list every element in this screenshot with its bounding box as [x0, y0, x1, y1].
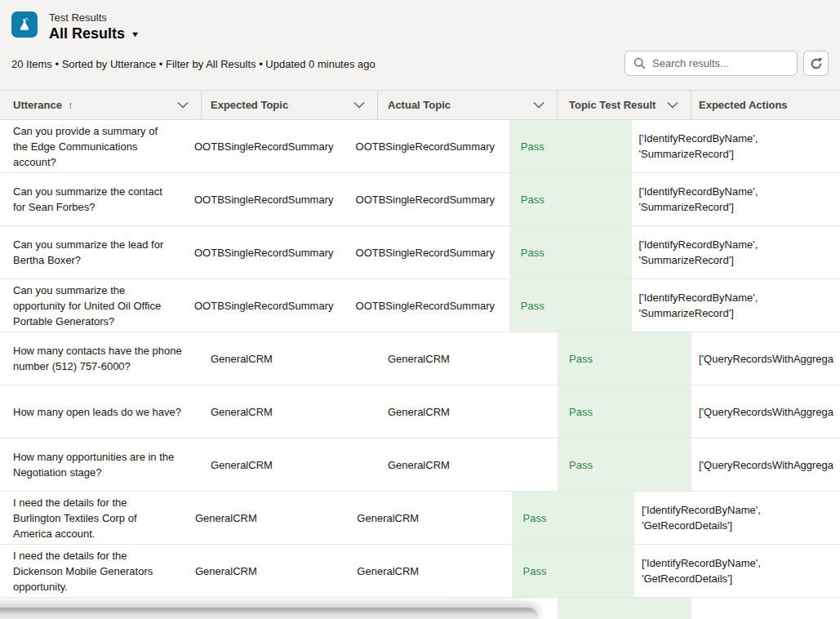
column-menu-chevron-icon[interactable]: [667, 102, 678, 109]
column-menu-chevron-icon[interactable]: [353, 102, 365, 109]
pass-badge: Pass: [521, 139, 544, 154]
refresh-icon: [810, 57, 823, 70]
column-label: Expected Actions: [699, 99, 788, 111]
cell-expected-topic: GeneralCRM: [202, 439, 378, 491]
cell-expected-topic: GeneralCRM: [202, 332, 378, 385]
cell-utterance: How many contacts have the phone number …: [0, 332, 202, 385]
cell-actual-topic: GeneralCRM: [347, 545, 511, 597]
cell-expected-topic: GeneralCRM: [186, 492, 347, 544]
object-label: Test Results: [49, 11, 139, 24]
column-label: Utterance: [13, 99, 62, 111]
test-results-page: Test Results All Results ▼ 20 Items • So…: [0, 0, 840, 619]
table-row: Can you summarize the opportunity for Un…: [0, 279, 840, 332]
cell-actual-topic: OOTBSingleRecordSummary: [346, 173, 509, 225]
pass-badge: Pass: [523, 563, 547, 579]
cell-expected-actions: ['IdentifyRecordByName', 'SummarizeRecor…: [632, 173, 840, 225]
cell-topic-test-result: Pass: [509, 226, 632, 278]
column-header-utterance[interactable]: Utterance ↑: [0, 91, 202, 119]
cell-utterance: Can you summarize the contact for Sean F…: [0, 173, 185, 225]
cell-topic-test-result: Pass: [509, 279, 632, 332]
column-label: Expected Topic: [211, 99, 288, 111]
cell-expected-actions: ['IdentifyRecordByName': [691, 598, 840, 619]
page-title: All Results: [49, 25, 125, 42]
cell-utterance: Can you summarize the opportunity for Un…: [0, 279, 185, 332]
cell-actual-topic: GeneralCRM: [378, 332, 558, 385]
pass-badge: Pass: [521, 298, 544, 314]
docked-panel-edge[interactable]: [0, 608, 539, 619]
sort-ascending-icon: ↑: [68, 99, 73, 111]
chevron-down-icon: ▼: [131, 30, 140, 38]
search-input[interactable]: [652, 57, 789, 69]
column-menu-chevron-icon[interactable]: [533, 102, 544, 109]
cell-utterance: Can you provide a summary of the Edge Co…: [0, 120, 185, 172]
column-header-expected-topic[interactable]: Expected Topic: [202, 91, 378, 119]
cell-expected-actions: ['IdentifyRecordByName', 'SummarizeRecor…: [632, 279, 840, 332]
refresh-button[interactable]: [803, 51, 829, 76]
pass-badge: Pass: [523, 510, 547, 526]
cell-expected-topic: OOTBSingleRecordSummary: [185, 173, 346, 225]
column-label: Actual Topic: [388, 99, 451, 111]
table-row: I need the details for the Dickenson Mob…: [0, 545, 840, 598]
list-view-selector[interactable]: All Results ▼: [49, 25, 139, 42]
cell-utterance: I need the details for the Dickenson Mob…: [0, 545, 186, 597]
cell-utterance: How many open leads do we have?: [0, 385, 202, 438]
table-row: Can you summarize the contact for Sean F…: [0, 173, 840, 226]
cell-expected-actions: ['IdentifyRecordByName', 'GetRecordDetai…: [634, 545, 840, 597]
cell-utterance: Can you summarize the lead for Bertha Bo…: [0, 226, 185, 278]
cell-expected-topic: GeneralCRM: [186, 545, 347, 597]
cell-topic-test-result: Pass: [512, 492, 634, 544]
cell-expected-actions: ['IdentifyRecordByName', 'SummarizeRecor…: [632, 120, 840, 172]
flask-icon: [11, 11, 38, 38]
cell-topic-test-result: Pass: [509, 173, 632, 225]
pass-badge: Pass: [569, 404, 593, 420]
cell-actual-topic: GeneralCRM: [347, 492, 511, 544]
list-toolbar: 20 Items • Sorted by Utterance • Filter …: [0, 51, 840, 78]
cell-topic-test-result: Pass: [558, 332, 691, 385]
page-header: Test Results All Results ▼ 20 Items • So…: [0, 0, 840, 90]
list-status-text: 20 Items • Sorted by Utterance • Filter …: [11, 58, 376, 70]
cell-topic-test-result: [558, 598, 691, 619]
column-menu-chevron-icon[interactable]: [177, 102, 189, 109]
cell-utterance: I need the details for the Burlington Te…: [0, 492, 186, 544]
pass-badge: Pass: [521, 245, 544, 261]
column-label: Topic Test Result: [569, 99, 656, 111]
pass-badge: Pass: [569, 457, 593, 473]
table-row: How many contacts have the phone number …: [0, 332, 840, 385]
column-header-expected-actions[interactable]: Expected Actions: [691, 91, 840, 119]
cell-expected-actions: ['QueryRecordsWithAggrega: [691, 332, 840, 385]
table-row: How many opportunities are in the Negoti…: [0, 439, 840, 492]
cell-topic-test-result: Pass: [512, 545, 634, 597]
table-header-row: Utterance ↑ Expected Topic Actual Topic: [0, 90, 840, 120]
cell-topic-test-result: Pass: [558, 439, 691, 491]
cell-topic-test-result: Pass: [509, 120, 632, 172]
cell-actual-topic: GeneralCRM: [378, 439, 558, 491]
column-header-topic-test-result[interactable]: Topic Test Result: [558, 91, 691, 119]
search-box: [624, 51, 798, 76]
table-body: Can you provide a summary of the Edge Co…: [0, 120, 840, 619]
search-icon: [633, 57, 646, 69]
table-row: Can you provide a summary of the Edge Co…: [0, 120, 840, 173]
table-row: Can you summarize the lead for Bertha Bo…: [0, 226, 840, 279]
cell-expected-topic: GeneralCRM: [202, 385, 378, 438]
cell-actual-topic: OOTBSingleRecordSummary: [346, 279, 509, 332]
cell-expected-topic: OOTBSingleRecordSummary: [185, 120, 346, 172]
cell-expected-topic: OOTBSingleRecordSummary: [185, 279, 346, 332]
cell-expected-actions: ['IdentifyRecordByName', 'GetRecordDetai…: [634, 492, 840, 544]
cell-expected-actions: ['QueryRecordsWithAggrega: [691, 385, 840, 438]
table-row: I need the details for the Burlington Te…: [0, 492, 840, 545]
cell-actual-topic: OOTBSingleRecordSummary: [346, 226, 509, 278]
column-header-actual-topic[interactable]: Actual Topic: [378, 91, 558, 119]
cell-expected-topic: OOTBSingleRecordSummary: [185, 226, 346, 278]
cell-topic-test-result: Pass: [558, 385, 691, 438]
cell-expected-actions: ['QueryRecordsWithAggrega: [691, 439, 840, 491]
cell-actual-topic: OOTBSingleRecordSummary: [346, 120, 509, 172]
pass-badge: Pass: [521, 192, 544, 207]
cell-actual-topic: GeneralCRM: [378, 385, 558, 438]
pass-badge: Pass: [569, 351, 593, 367]
cell-expected-actions: ['IdentifyRecordByName', 'SummarizeRecor…: [632, 226, 840, 278]
results-table: Utterance ↑ Expected Topic Actual Topic: [0, 90, 840, 619]
table-row: How many open leads do we have? GeneralC…: [0, 385, 840, 439]
cell-utterance: How many opportunities are in the Negoti…: [0, 439, 202, 491]
